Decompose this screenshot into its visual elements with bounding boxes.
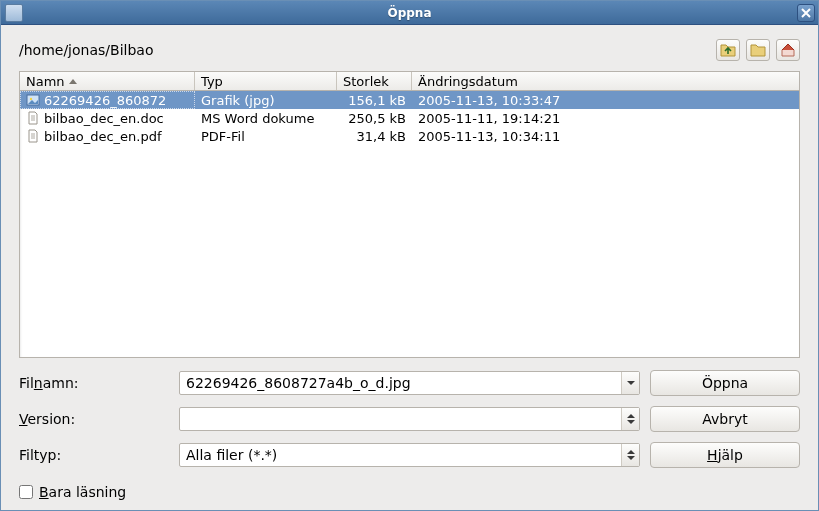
file-date-cell: 2005-11-11, 19:14:21: [412, 109, 799, 127]
new-folder-button[interactable]: [746, 39, 770, 61]
version-spin-button[interactable]: [621, 408, 639, 430]
filetype-combo[interactable]: Alla filer (*.*): [179, 443, 640, 467]
chevron-down-icon: [627, 381, 635, 385]
sort-ascending-icon: [69, 79, 77, 84]
folder-icon: [750, 42, 766, 58]
chevron-down-icon: [627, 420, 635, 424]
cancel-button[interactable]: Avbryt: [650, 406, 800, 432]
file-row[interactable]: bilbao_dec_en.docMS Word dokume250,5 kB2…: [20, 109, 799, 127]
app-icon: [5, 4, 23, 22]
chevron-up-icon: [627, 450, 635, 454]
file-name-cell: 62269426_860872: [20, 91, 195, 109]
svg-point-1: [30, 98, 32, 100]
file-name: bilbao_dec_en.doc: [44, 111, 164, 126]
filetype-value: Alla filer (*.*): [180, 444, 621, 466]
file-name: bilbao_dec_en.pdf: [44, 129, 162, 144]
file-type-cell: MS Word dokume: [195, 109, 337, 127]
image-file-icon: [26, 93, 40, 107]
window-title: Öppna: [1, 6, 818, 20]
col-size-header[interactable]: Storlek: [337, 72, 412, 90]
col-type-label: Typ: [201, 74, 223, 89]
col-type-header[interactable]: Typ: [195, 72, 337, 90]
filename-label: Filnamn:: [19, 375, 169, 391]
readonly-row: Bara läsning: [19, 484, 800, 500]
home-icon: [780, 42, 796, 58]
version-label: Version:: [19, 411, 169, 427]
up-folder-button[interactable]: [716, 39, 740, 61]
col-name-label: Namn: [26, 74, 65, 89]
help-button[interactable]: Hjälp: [650, 442, 800, 468]
readonly-label-rest: ara läsning: [49, 484, 127, 500]
col-size-label: Storlek: [343, 74, 389, 89]
file-size-cell: 250,5 kB: [337, 109, 412, 127]
chevron-up-icon: [627, 414, 635, 418]
file-body: 62269426_860872Grafik (jpg)156,1 kB2005-…: [20, 91, 799, 357]
document-file-icon: [26, 129, 40, 143]
column-headers: Namn Typ Storlek Ändringsdatum: [20, 72, 799, 91]
folder-up-icon: [720, 42, 736, 58]
titlebar[interactable]: Öppna: [1, 1, 818, 25]
close-button[interactable]: [797, 4, 815, 22]
file-row[interactable]: 62269426_860872Grafik (jpg)156,1 kB2005-…: [20, 91, 799, 109]
cancel-button-label: Avbryt: [702, 411, 747, 427]
col-date-label: Ändringsdatum: [418, 74, 518, 89]
filename-input[interactable]: [180, 372, 621, 394]
document-file-icon: [26, 111, 40, 125]
file-type-cell: PDF-Fil: [195, 127, 337, 145]
open-button-label: Öppna: [702, 375, 748, 391]
file-name-cell: bilbao_dec_en.pdf: [20, 127, 195, 145]
file-name: 62269426_860872: [44, 93, 166, 108]
file-list[interactable]: Namn Typ Storlek Ändringsdatum 62269426_…: [19, 71, 800, 358]
version-combo[interactable]: [179, 407, 640, 431]
version-value: [180, 408, 621, 430]
close-icon: [801, 8, 811, 18]
file-name-cell: bilbao_dec_en.doc: [20, 109, 195, 127]
filename-combo[interactable]: [179, 371, 640, 395]
filename-accel: n: [34, 375, 43, 391]
help-accel: H: [707, 447, 718, 463]
file-size-cell: 31,4 kB: [337, 127, 412, 145]
file-open-dialog: Öppna /home/jonas/Bilbao: [0, 0, 819, 511]
readonly-label: Bara läsning: [39, 484, 126, 500]
file-size-cell: 156,1 kB: [337, 91, 412, 109]
col-name-header[interactable]: Namn: [20, 72, 195, 90]
col-date-header[interactable]: Ändringsdatum: [412, 72, 799, 90]
filetype-label: Filtyp:: [19, 447, 169, 463]
readonly-checkbox[interactable]: [19, 485, 33, 499]
file-type-cell: Grafik (jpg): [195, 91, 337, 109]
open-button[interactable]: Öppna: [650, 370, 800, 396]
home-button[interactable]: [776, 39, 800, 61]
current-path: /home/jonas/Bilbao: [19, 42, 716, 58]
chevron-down-icon: [627, 456, 635, 460]
filetype-spin-button[interactable]: [621, 444, 639, 466]
file-date-cell: 2005-11-13, 10:33:47: [412, 91, 799, 109]
file-date-cell: 2005-11-13, 10:34:11: [412, 127, 799, 145]
readonly-accel: B: [39, 484, 49, 500]
dialog-content: /home/jonas/Bilbao: [1, 25, 818, 510]
file-row[interactable]: bilbao_dec_en.pdfPDF-Fil31,4 kB2005-11-1…: [20, 127, 799, 145]
version-accel: V: [19, 411, 28, 427]
filename-dropdown-button[interactable]: [621, 372, 639, 394]
